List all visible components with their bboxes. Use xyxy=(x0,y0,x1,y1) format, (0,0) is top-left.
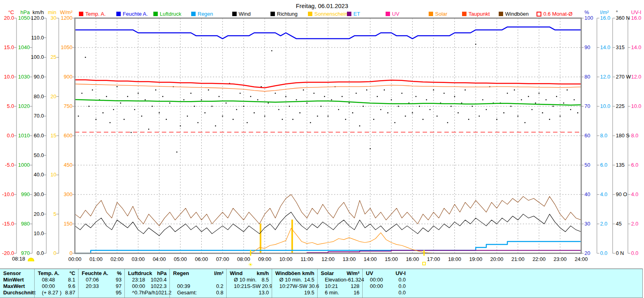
series-dot-Richtung xyxy=(454,96,455,97)
series-dot-Richtung xyxy=(472,106,473,107)
table-cell: 0.0 xyxy=(363,290,437,296)
table-column: Temp. A.°C08:488.100:009.6(+ 8.27 )8.87 xyxy=(34,269,78,298)
table-row-label: MaxWert xyxy=(0,283,34,290)
table-cell: ^0.7hPa/h1021.2 xyxy=(125,290,169,296)
x-axis-label: 18:00 xyxy=(444,256,466,262)
axis-tick-label: 1020 xyxy=(11,103,30,109)
series-dot-Richtung xyxy=(211,106,213,107)
table-cell-value: km/h xyxy=(302,269,314,277)
table-cell: Ø 10 min.8.5 xyxy=(227,277,272,283)
series-dot-Richtung xyxy=(275,93,276,94)
x-axis-label: 02:00 xyxy=(106,256,128,262)
table-cell-value: km/h xyxy=(257,269,269,277)
axis-tick-label: 4.0 xyxy=(631,192,644,197)
table-header-cell: LuftdruckhPa xyxy=(125,269,169,277)
table-cell-value: 1020.4 xyxy=(151,277,167,283)
series-dot-Richtung xyxy=(482,99,483,100)
axis-tick-label: 750 xyxy=(54,103,72,109)
axis-tick-label: 90.0 xyxy=(25,74,44,80)
table-cell-text: Sensor xyxy=(3,269,21,277)
series-dot-Richtung xyxy=(166,119,167,120)
series-dot-Richtung xyxy=(328,116,329,117)
series-dot-Richtung xyxy=(320,106,322,107)
series-dot-Richtung xyxy=(570,109,571,110)
series-dot-Richtung xyxy=(531,109,533,110)
x-axis-label: 12:00 xyxy=(317,256,339,262)
table-cell-text: Windböen xyxy=(275,269,301,277)
series-dot-Richtung xyxy=(479,116,480,117)
series-dot-Richtung xyxy=(324,96,325,97)
series-dot-Richtung xyxy=(85,57,86,58)
table-cell-value: 93 xyxy=(116,277,122,283)
axis-unit-label: W/m² xyxy=(53,10,72,15)
table-cell-text: 00:00 xyxy=(370,283,383,290)
series-dot-Richtung xyxy=(296,99,297,100)
series-dot-Richtung xyxy=(535,102,536,103)
table-cell: (+ 8.27 )8.87 xyxy=(35,290,78,296)
table-column: SensorMinWertMaxWertDurchschnitt xyxy=(0,269,34,298)
series-dot-Richtung xyxy=(106,96,107,97)
legend-item: Temp. A. xyxy=(79,11,106,17)
legend-swatch-icon xyxy=(462,12,466,16)
series-dot-Richtung xyxy=(169,102,170,103)
legend-item: ET xyxy=(347,11,360,17)
series-dot-Richtung xyxy=(342,96,343,97)
table-cell: 00:390.2 xyxy=(170,283,226,290)
series-dot-Richtung xyxy=(180,125,181,126)
table-cell-text: ^0.7hPa/h xyxy=(132,290,155,296)
series-dot-Richtung xyxy=(524,122,526,123)
legend-swatch-icon xyxy=(116,12,121,16)
axis-tick-label: 16.0 xyxy=(631,15,644,21)
series-dot-Richtung xyxy=(176,151,178,153)
series-dot-Richtung xyxy=(187,116,188,117)
table-header-cell: Windböenkm/h xyxy=(272,269,317,277)
series-dot-Richtung xyxy=(380,109,382,110)
series-dot-Richtung xyxy=(338,109,339,110)
table-header-cell: Regenl/m² xyxy=(170,269,226,277)
x-axis-label: 01:00 xyxy=(85,256,107,262)
table-cell-value: 0.2 xyxy=(216,283,223,290)
series-dot-Richtung xyxy=(314,93,315,94)
series-dot-Richtung xyxy=(567,89,568,91)
series-dot-Richtung xyxy=(377,96,378,97)
legend-item: Sonnenschein xyxy=(308,11,347,17)
series-dot-Richtung xyxy=(201,99,202,100)
series-dot-Richtung xyxy=(194,106,195,107)
axis-tick-label: 300 xyxy=(54,192,72,197)
series-dot-Richtung xyxy=(415,96,417,97)
series-dot-Richtung xyxy=(285,96,287,97)
series-dot-Richtung xyxy=(250,96,251,97)
series-dot-Richtung xyxy=(127,96,128,97)
table-cell-text: 00:00 xyxy=(42,283,55,290)
legend-label: UV xyxy=(392,11,399,17)
series-dot-Richtung xyxy=(152,106,153,107)
sunshine-bar xyxy=(260,224,261,253)
series-dot-Richtung xyxy=(345,119,346,120)
table-cell-text: Elevation xyxy=(325,277,346,283)
table-cell-value: W-SW 30.6 xyxy=(293,283,319,290)
axis-tick-label: 8.0 xyxy=(631,133,644,139)
series-dot-Richtung xyxy=(503,112,504,114)
table-column: Windkm/hØ 10 min.8.510:21S-SW 20.913.0 xyxy=(226,269,272,298)
series-dot-Richtung xyxy=(468,119,469,120)
axis-tick-label: 6.0 xyxy=(631,162,644,168)
legend-swatch-icon xyxy=(537,12,541,17)
series-dot-Richtung xyxy=(447,122,448,123)
table-cell: 00:009.6 xyxy=(35,283,78,290)
series-dot-Richtung xyxy=(141,116,142,117)
series-dot-Richtung xyxy=(215,125,216,126)
weather-chart-window: Freitag, 06.01.2023 ☀ °ChPakm/hminW/m²%l… xyxy=(0,0,644,298)
series-dot-Richtung xyxy=(89,106,90,107)
table-column: Regenl/m²00:390.2Gesamt:0.8 xyxy=(169,269,226,298)
series-dot-Richtung xyxy=(138,93,139,94)
table-cell-text: Temp. A. xyxy=(38,269,59,277)
legend-item: Taupunkt xyxy=(462,11,490,17)
series-dot-Richtung xyxy=(373,119,374,120)
series-dot-Richtung xyxy=(278,109,279,110)
sunrise-axis-tick xyxy=(250,250,251,256)
sunrise-sun-icon xyxy=(28,258,34,261)
axis-tick-label: 450 xyxy=(54,162,72,168)
axis-tick-label: 2.0 xyxy=(631,221,644,227)
series-dot-Richtung xyxy=(507,93,508,94)
legend-label: Temp. A. xyxy=(85,11,106,17)
